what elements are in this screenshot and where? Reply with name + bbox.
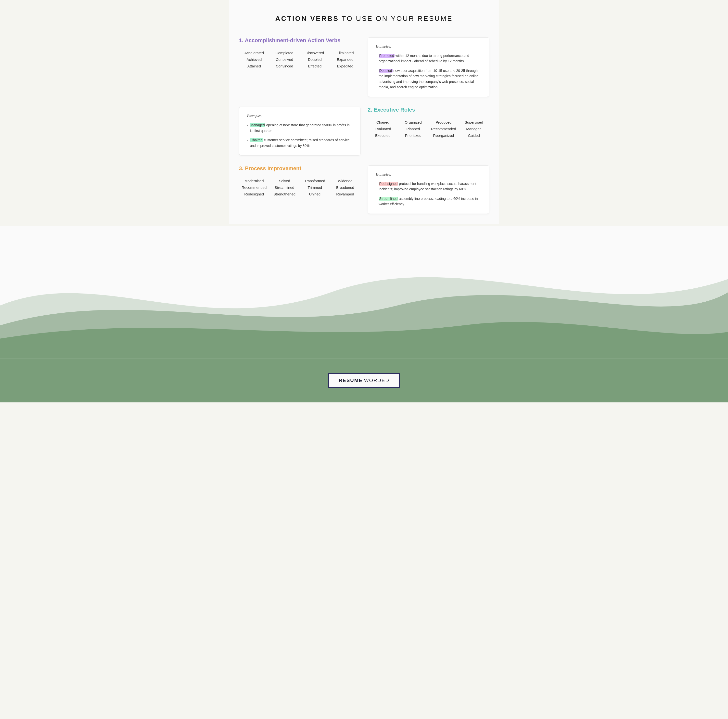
section3-col4: Widened Broadened Revamped: [330, 177, 361, 197]
logo-resume: RESUME: [339, 378, 362, 383]
section3-col2: Solved Streamlined Strengthened: [269, 177, 300, 197]
logo-container: RESUME WORDED: [328, 373, 400, 388]
section3-example-1: Redesigned protocol for handling workpla…: [376, 181, 481, 192]
section1-example-1: Promoted within 12 months due to strong …: [376, 53, 481, 64]
section1-col2: Completed Conceived Convinced: [269, 49, 300, 69]
footer: RESUME WORDED: [0, 358, 728, 402]
highlight-doubled: Doubled: [379, 69, 393, 73]
section1-word-grid: Accelerated Achieved Attained Completed …: [239, 49, 361, 69]
section1-example-card: Examples: Promoted within 12 months due …: [368, 37, 489, 97]
section3-title: 3. Process Improvement: [239, 165, 361, 172]
section1-left: 1. Accomplishment-driven Action Verbs Ac…: [239, 37, 361, 97]
section1-col1: Accelerated Achieved Attained: [239, 49, 269, 69]
section2-example-left: Examples: Managed opening of new store t…: [239, 107, 361, 156]
highlight-redesigned: Redesigned: [379, 182, 398, 186]
section2-col4: Supervised Managed Guided: [459, 119, 489, 139]
highlight-chaired: Chaired: [250, 138, 263, 142]
section2-col1: Chaired Evaluated Executed: [368, 119, 398, 139]
section1-col3: Discovered Doubled Effected: [300, 49, 330, 69]
section2-col2: Organized Planned Prioritized: [398, 119, 428, 139]
logo-worded: WORDED: [364, 378, 389, 383]
section3-example-card: Examples: Redesigned protocol for handli…: [368, 165, 489, 214]
page-title: ACTION VERBS TO USE ON YOUR RESUME: [239, 15, 489, 23]
highlight-streamlined: Streamlined: [379, 197, 398, 200]
section2-example-card: Examples: Managed opening of new store t…: [239, 107, 361, 156]
section2-title: 2. Executive Roles: [368, 107, 489, 113]
section2-example-label: Examples:: [247, 114, 352, 118]
section2-example-2: Chaired customer service committee; rais…: [247, 137, 352, 148]
section1-example-2: Doubled new user acquisition from 10-15 …: [376, 68, 481, 90]
section3-example-label: Examples:: [376, 172, 481, 177]
wave-decoration: [0, 226, 728, 358]
highlight-promoted: Promoted: [379, 54, 395, 58]
section3-example-right: Examples: Redesigned protocol for handli…: [368, 165, 489, 214]
section3-example-2: Streamlined assembly line process, leadi…: [376, 196, 481, 207]
section3-word-grid: Modernised Recommended Redesigned Solved…: [239, 177, 361, 197]
section1-example-label: Examples:: [376, 44, 481, 49]
highlight-managed: Managed: [250, 123, 265, 127]
section1-title: 1. Accomplishment-driven Action Verbs: [239, 37, 361, 44]
section2-right: 2. Executive Roles Chaired Evaluated Exe…: [368, 107, 489, 156]
section2-col3: Produced Recommended Reorganized: [428, 119, 459, 139]
section3-col1: Modernised Recommended Redesigned: [239, 177, 269, 197]
section2-example-1: Managed opening of new store that genera…: [247, 122, 352, 133]
section3-col3: Transformed Trimmed Unified: [300, 177, 330, 197]
section1-example-right: Examples: Promoted within 12 months due …: [368, 37, 489, 97]
section2-word-grid: Chaired Evaluated Executed Organized Pla…: [368, 119, 489, 139]
section3-left: 3. Process Improvement Modernised Recomm…: [239, 165, 361, 214]
section1-col4: Eliminated Expanded Expedited: [330, 49, 361, 69]
